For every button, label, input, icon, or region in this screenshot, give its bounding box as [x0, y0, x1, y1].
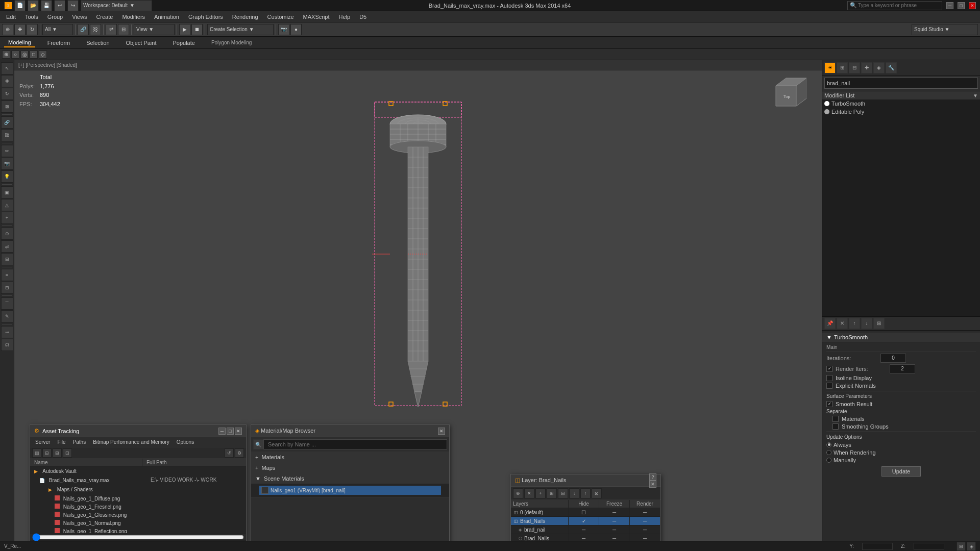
unlink-btn[interactable]: ⛓: [90, 24, 101, 35]
menu-item-animation[interactable]: Animation: [150, 13, 183, 21]
at-btn4[interactable]: ⊡: [63, 448, 72, 458]
filter-dropdown[interactable]: All ▼: [42, 24, 73, 35]
selection-dropdown[interactable]: Create Selection ▼: [207, 24, 274, 35]
select-btn[interactable]: ⊕: [2, 24, 13, 35]
studio-dropdown[interactable]: Squid Studio ▼: [912, 24, 978, 35]
mod-down-icon[interactable]: ↓: [861, 318, 872, 329]
menu-item-create[interactable]: Create: [92, 13, 117, 21]
layer-close-btn[interactable]: ✕: [649, 481, 656, 488]
undo-btn[interactable]: ↩: [54, 0, 65, 11]
asset-maximize-btn[interactable]: □: [227, 428, 234, 435]
close-button[interactable]: ✕: [969, 2, 976, 9]
layer-bradnails-render[interactable]: ─: [630, 517, 660, 525]
rp-icon-cmd[interactable]: ⊞: [837, 62, 848, 73]
tree-row-file[interactable]: 📄 Brad_Nails_max_vray.max E:\- VIDEO WOR…: [30, 476, 246, 485]
at-btn1[interactable]: ▤: [32, 448, 41, 458]
lt-curve[interactable]: ⌒: [1, 297, 13, 310]
tree-row-vault[interactable]: ▶ Autodesk Vault: [30, 467, 246, 476]
lt-geo[interactable]: ▣: [1, 186, 13, 198]
mat-panel-titlebar[interactable]: ◈ Material/Map Browser ✕: [251, 425, 449, 437]
isoline-checkbox[interactable]: [826, 375, 832, 381]
turbsmooth-section-title[interactable]: ▼ TurboSmooth: [822, 333, 980, 342]
radio-always[interactable]: Always: [826, 442, 976, 448]
view-dropdown[interactable]: View ▼: [134, 24, 175, 35]
lt-btn2[interactable]: ✕: [524, 488, 534, 498]
lt-mirror[interactable]: ⇌: [1, 240, 13, 253]
lt-edit[interactable]: ✎: [1, 310, 13, 322]
lt-select[interactable]: ↖: [1, 62, 13, 74]
view-cube[interactable]: Top: [766, 76, 801, 111]
lt-snap[interactable]: ⊙: [1, 228, 13, 240]
render-iters-input[interactable]: [890, 364, 915, 373]
lt-btn6[interactable]: ↓: [569, 488, 579, 498]
layer-bradnails-freeze[interactable]: ─: [599, 517, 630, 525]
asset-scroll-bar[interactable]: [30, 533, 246, 540]
render-btn[interactable]: 📷: [278, 24, 289, 35]
radio-rendering[interactable]: When Rendering: [826, 449, 976, 456]
mod-pin-icon[interactable]: 📌: [824, 318, 836, 329]
tree-row-fresnel[interactable]: Nails_geo_1_Fresnel.png: [30, 503, 246, 511]
smooth-result-checkbox[interactable]: [826, 401, 832, 407]
st-btn3[interactable]: ◎: [20, 51, 29, 59]
play-btn[interactable]: ▶: [179, 24, 190, 35]
lt-btn1[interactable]: ⊕: [513, 488, 523, 498]
object-name-input[interactable]: [824, 78, 978, 89]
asset-menu-paths[interactable]: Paths: [70, 439, 89, 445]
mirror-btn[interactable]: ⇌: [106, 24, 117, 35]
lt-btn4[interactable]: ⊞: [547, 488, 557, 498]
tab-modeling[interactable]: Modeling: [4, 38, 35, 47]
lt-move[interactable]: ✚: [1, 75, 13, 87]
lt-unlink[interactable]: ⛓: [1, 129, 13, 141]
menu-item-modifiers[interactable]: Modifiers: [118, 13, 149, 21]
mod-copy-icon[interactable]: ⊞: [873, 318, 885, 329]
layer-row-bradnail-sub[interactable]: ◈ brad_nail ─ ─ ─: [511, 525, 660, 534]
lt-camera[interactable]: 📷: [1, 158, 13, 170]
lt-rotate[interactable]: ↻: [1, 88, 13, 100]
maximize-button[interactable]: □: [958, 2, 965, 9]
st-btn1[interactable]: ⊕: [2, 51, 10, 59]
lt-btn5[interactable]: ⊟: [558, 488, 568, 498]
asset-scrollbar-input[interactable]: [32, 535, 244, 539]
tab-freeform[interactable]: Freeform: [43, 39, 75, 47]
link-btn[interactable]: 🔗: [78, 24, 89, 35]
layer-sub1-hide[interactable]: ─: [569, 525, 599, 534]
menu-item-help[interactable]: Help: [335, 13, 355, 21]
move-btn[interactable]: ✚: [14, 24, 26, 35]
new-btn[interactable]: 📄: [14, 0, 26, 11]
mod-remove-icon[interactable]: ✕: [837, 318, 848, 329]
lt-bone[interactable]: ⊸: [1, 326, 13, 338]
menu-item-customize[interactable]: Customize: [263, 13, 298, 21]
mat-search-input[interactable]: [263, 439, 447, 449]
menu-item-group[interactable]: Group: [43, 13, 67, 21]
save-btn[interactable]: 💾: [41, 0, 52, 11]
lt-align[interactable]: ≡: [1, 269, 13, 281]
open-btn[interactable]: 📂: [28, 0, 39, 11]
status-btn1[interactable]: ⊞: [957, 542, 966, 551]
explicit-normals-checkbox[interactable]: [826, 383, 832, 389]
lt-rig[interactable]: ☊: [1, 339, 13, 351]
update-button[interactable]: Update: [881, 466, 921, 477]
mat-item-nails[interactable]: Nails_geo1 (VRayMtl) [brad_nail]: [259, 486, 441, 495]
search-box[interactable]: 🔍: [847, 1, 942, 10]
at-btn3[interactable]: ⊞: [53, 448, 62, 458]
menu-item-rendering[interactable]: Rendering: [228, 13, 262, 21]
lt-btn7[interactable]: ↑: [580, 488, 591, 498]
asset-minimize-btn[interactable]: ─: [218, 428, 226, 435]
asset-close-btn[interactable]: ✕: [235, 428, 242, 435]
tab-populate[interactable]: Populate: [168, 39, 199, 47]
lt-link[interactable]: 🔗: [1, 116, 13, 129]
layer-sub1-freeze[interactable]: ─: [599, 525, 630, 534]
asset-menu-server[interactable]: Server: [32, 439, 53, 445]
render-iters-checkbox[interactable]: [826, 366, 832, 372]
rp-icon-sun[interactable]: ☀: [824, 62, 836, 73]
layer-default-freeze[interactable]: ─: [599, 508, 630, 516]
lt-paint[interactable]: ✏: [1, 145, 13, 157]
layer-row-bradnails[interactable]: ◫ Brad_Nails ✓ ─ ─: [511, 517, 660, 525]
minimize-button[interactable]: ─: [946, 2, 953, 9]
layer-row-default[interactable]: ◫ 0 (default) ☐ ─ ─: [511, 508, 660, 517]
tab-objectpaint[interactable]: Object Paint: [122, 39, 161, 47]
menu-item-views[interactable]: Views: [68, 13, 91, 21]
asset-menu-options[interactable]: Options: [174, 439, 197, 445]
tree-row-normal[interactable]: Nails_geo_1_Normal.png: [30, 519, 246, 527]
status-y-input[interactable]: [862, 543, 893, 550]
